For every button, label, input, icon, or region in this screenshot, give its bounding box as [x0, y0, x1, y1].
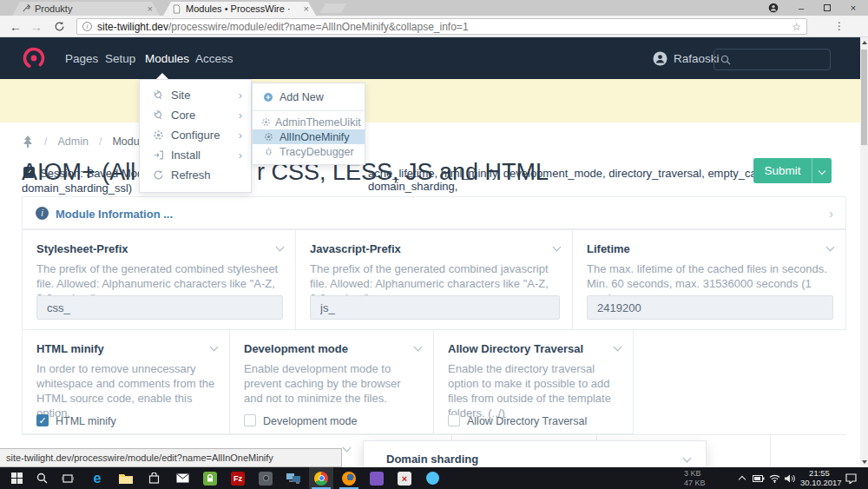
lifetime-input[interactable] — [587, 295, 833, 320]
breadcrumb-admin[interactable]: Admin — [57, 135, 88, 148]
speaker-icon[interactable] — [781, 467, 799, 489]
menu-item-refresh[interactable]: Refresh — [140, 165, 251, 185]
menu-item-configure[interactable]: Configure › — [140, 125, 251, 145]
reload-icon[interactable] — [49, 16, 69, 37]
nav-item-pages[interactable]: Pages — [65, 37, 98, 79]
chevron-down-icon[interactable] — [826, 243, 835, 252]
submenu-item-adminthemeuikit[interactable]: AdminThemeUikit — [253, 115, 365, 129]
page-info-icon[interactable]: i — [82, 22, 92, 31]
taskbar-search-icon[interactable] — [30, 467, 54, 489]
bookmark-star-icon[interactable]: ☆ — [792, 21, 801, 33]
browser-profile-icon[interactable] — [760, 0, 786, 16]
submit-button[interactable]: Submit — [753, 158, 832, 183]
html-minify-checkbox[interactable]: ✓ — [36, 414, 49, 426]
menu-item-core[interactable]: Core › — [140, 105, 251, 125]
scrollbar-thumb[interactable] — [861, 50, 867, 145]
chevron-right-icon: › — [829, 207, 833, 221]
scroll-up-icon[interactable] — [862, 41, 867, 44]
submenu-arrow-icon: › — [239, 89, 242, 102]
field-lifetime: Lifetime The max. lifetime of the cached… — [572, 229, 846, 330]
chevron-down-icon[interactable] — [683, 454, 692, 463]
nav-item-access[interactable]: Access — [195, 37, 233, 79]
browser-tab-produkty[interactable]: Produkty × — [12, 2, 160, 16]
submenu-arrow-icon: › — [239, 149, 242, 162]
camera-app-icon[interactable] — [253, 467, 278, 489]
file-explorer-icon[interactable] — [114, 467, 138, 489]
session-banner: ✓ Session: Saved Module - ache_lifetime,… — [0, 79, 868, 122]
chevron-down-icon[interactable] — [614, 343, 622, 352]
back-icon[interactable]: ← — [5, 16, 26, 37]
scroll-down-icon[interactable] — [862, 460, 867, 464]
submenu-item-allinoneminify[interactable]: AllInOneMinify — [253, 129, 365, 144]
breadcrumb: / Admin / Modules — [22, 135, 154, 149]
domain-sharding-label: Domain sharding — [386, 453, 478, 466]
store-icon[interactable] — [141, 467, 166, 489]
chevron-down-icon[interactable] — [210, 343, 219, 352]
site-submenu: Add New AdminThemeUikit AllInOneMinify T… — [252, 83, 365, 165]
nav-item-setup[interactable]: Setup — [105, 37, 135, 79]
tab-close-icon[interactable]: × — [142, 3, 153, 14]
field-javascript-prefix: Javascript-Prefix The prefix of the gene… — [295, 229, 573, 330]
info-icon: i — [36, 207, 49, 220]
chrome-icon[interactable] — [309, 467, 333, 489]
stylesheet-prefix-input[interactable] — [36, 295, 283, 320]
taskbar: e Fz × 3 K — [0, 467, 868, 489]
screen: Produkty × Modules • ProcessWire · × – ×… — [0, 0, 868, 489]
chevron-down-icon[interactable] — [276, 243, 285, 252]
user-menu[interactable]: Rafaoski — [653, 37, 720, 79]
chevron-down-icon[interactable] — [343, 444, 352, 453]
tray-chevron-up-icon[interactable] — [733, 467, 752, 489]
submit-dropdown-button[interactable] — [812, 158, 832, 183]
battery-icon[interactable] — [750, 467, 767, 489]
menu-item-site[interactable]: Site › — [140, 85, 251, 105]
browser-menu-icon[interactable]: ⋮ — [832, 18, 847, 35]
module-information-label: Module Information ... — [56, 208, 173, 221]
module-information-fieldset[interactable]: i Module Information ... › — [22, 196, 846, 229]
new-tab-button[interactable] — [320, 3, 346, 13]
submenu-item-tracydebugger[interactable]: TracyDebugger — [253, 144, 365, 159]
keepass-icon[interactable] — [198, 467, 222, 489]
task-view-icon[interactable] — [56, 467, 80, 489]
window-minimize-button[interactable]: – — [788, 0, 814, 16]
start-button[interactable] — [4, 467, 29, 489]
firefox-icon[interactable] — [337, 467, 361, 489]
development-mode-checkbox[interactable] — [244, 414, 256, 426]
red-x-app-icon[interactable]: × — [392, 467, 417, 489]
javascript-prefix-input[interactable] — [310, 295, 560, 320]
edge-icon[interactable]: e — [85, 467, 109, 489]
gear-icon — [261, 117, 271, 127]
processwire-logo-icon[interactable] — [23, 47, 45, 73]
tab-favicon-page-icon — [172, 4, 181, 14]
window-maximize-button[interactable] — [814, 0, 840, 16]
filezilla-icon[interactable]: Fz — [226, 467, 250, 489]
taskbar-clock[interactable]: 21:55 30.10.2017 — [800, 468, 838, 487]
field-stylesheet-prefix: Stylesheet-Prefix The prefix of the gene… — [22, 229, 296, 330]
sign-in-icon — [150, 149, 166, 161]
tab-label: Modules • ProcessWire · — [186, 3, 291, 14]
purple-app-icon[interactable] — [365, 467, 389, 489]
wifi-icon[interactable] — [766, 467, 783, 489]
window-close-button[interactable]: × — [840, 0, 866, 16]
action-center-icon[interactable] — [840, 467, 861, 489]
debug-size-label: 3 KB — [684, 469, 701, 478]
url-bar[interactable]: i site-twilight.dev/processwire/module/e… — [76, 18, 807, 35]
submenu-item-add-new[interactable]: Add New — [253, 88, 365, 107]
tree-icon[interactable] — [22, 135, 34, 149]
forward-icon[interactable]: → — [26, 16, 47, 37]
blue-app-icon[interactable] — [420, 467, 444, 489]
menu-item-install[interactable]: Install › — [140, 145, 251, 165]
browser-tab-modules[interactable]: Modules • ProcessWire · × — [163, 2, 316, 16]
status-link-tooltip: site-twilight.dev/processwire/module/edi… — [0, 448, 342, 467]
field-html-minify: HTML minify In order to remove unnecessa… — [22, 329, 230, 434]
row3-top-border — [22, 434, 846, 435]
chevron-down-icon[interactable] — [414, 343, 423, 352]
allow-directory-traversal-checkbox[interactable] — [448, 414, 460, 426]
mail-icon[interactable] — [170, 467, 194, 489]
page-scrollbar[interactable] — [860, 37, 868, 467]
plus-circle-icon — [261, 92, 275, 102]
refresh-icon — [150, 169, 166, 181]
admin-search-input[interactable] — [713, 49, 831, 70]
chevron-down-icon[interactable] — [553, 243, 562, 252]
tab-close-icon[interactable]: × — [299, 3, 309, 14]
network-app-icon[interactable] — [281, 467, 306, 489]
